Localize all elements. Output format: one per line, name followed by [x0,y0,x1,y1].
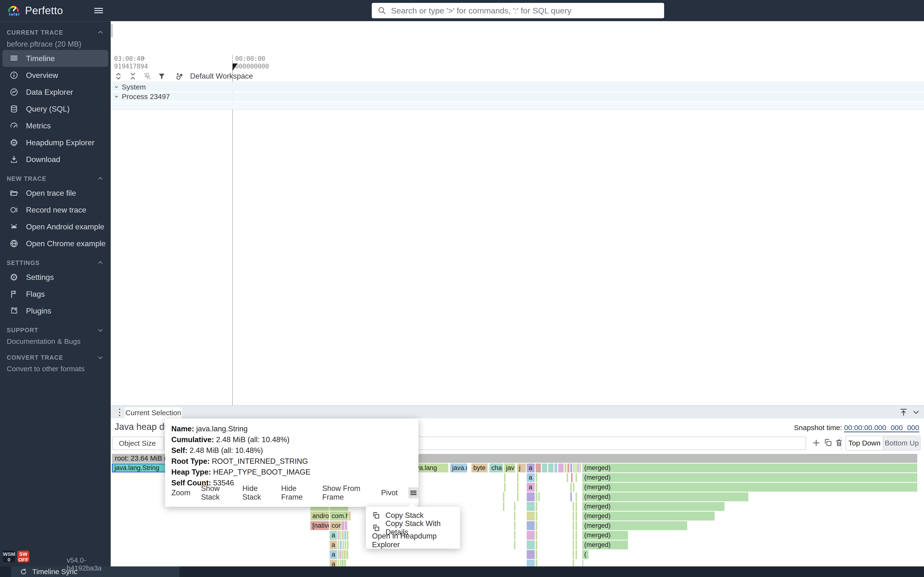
sidebar-item-data-explorer[interactable]: Data Explorer [2,84,108,100]
flame-frame[interactable] [342,560,344,567]
flame-frame-merged[interactable]: (merged) [582,473,917,482]
flame-frame[interactable] [536,464,541,472]
flame-frame[interactable] [567,464,569,472]
sidebar-item-timeline[interactable]: Timeline [2,50,108,67]
flame-frame[interactable] [527,512,535,521]
flame-frame[interactable] [504,483,506,492]
flame-frame-merged[interactable]: (merged) [582,492,748,501]
flame-frame[interactable] [575,464,577,472]
flame-frame-[interactable]: ( [582,550,588,559]
sidebar-item-metrics[interactable]: Metrics [2,117,108,134]
flame-frame[interactable] [514,540,515,550]
flame-frame[interactable] [343,550,346,559]
flame-frame[interactable] [517,483,519,492]
flame-frame[interactable] [577,464,579,472]
flame-frame[interactable] [573,531,574,540]
flame-frame[interactable] [527,492,535,501]
flame-frame[interactable] [344,540,346,550]
flame-frame[interactable] [575,492,577,501]
flame-frame[interactable] [575,502,577,511]
flame-frame[interactable] [527,521,535,530]
flame-frame[interactable] [567,473,568,482]
sidebar-item-plugins[interactable]: Plugins [2,303,108,319]
filter-icon[interactable] [157,72,166,81]
flame-frame-merged[interactable]: (merged) [582,502,725,511]
hamburger-menu-icon[interactable] [94,5,104,16]
flame-frame[interactable] [542,464,547,472]
flame-frame[interactable] [341,521,344,530]
flame-frame-merged[interactable]: (merged) [582,531,628,540]
flame-frame[interactable] [536,540,537,550]
flame-frame-a[interactable]: a [527,483,535,492]
sidebar-item-open-chrome-example[interactable]: Open Chrome example [2,235,108,252]
flame-frame-a[interactable]: a [330,560,337,567]
flame-frame[interactable] [514,502,515,511]
flame-frame[interactable] [554,464,557,472]
flame-frame-java.u[interactable]: java.u [450,464,467,472]
flame-frame[interactable] [575,531,577,540]
sidebar-item-record-new-trace[interactable]: Record new trace [2,201,108,218]
more-actions-menu-icon[interactable] [408,487,418,498]
flame-frame[interactable] [527,531,535,540]
omnibox-search-input[interactable]: Search or type '>' for commands, ':' for… [372,3,664,18]
flame-frame-a[interactable]: a [527,464,535,472]
flame-frame[interactable] [575,512,577,521]
sidebar-item-open-trace-file[interactable]: Open trace file [2,185,108,201]
flame-frame[interactable] [564,464,567,472]
flame-frame-a[interactable]: a [330,531,337,540]
flame-frame-com[interactable]: com [330,521,341,530]
sidebar-item-overview[interactable]: Overview [2,67,108,84]
sidebar-item-heapdump-explorer[interactable]: Heapdump Explorer [2,134,108,151]
flame-frame[interactable] [536,502,537,511]
flame-frame[interactable] [339,550,341,559]
hide-frame-action[interactable]: Hide Frame [281,484,312,501]
timeline-cursor-marker[interactable] [233,63,237,71]
sidebar-item-query-sql-[interactable]: Query (SQL) [2,100,108,117]
flame-frame-jav[interactable]: jav [504,464,515,472]
flame-frame[interactable] [503,492,504,501]
flame-frame[interactable] [538,492,540,501]
collapse-all-icon[interactable] [129,72,137,81]
flame-frame-merged[interactable]: (merged) [582,521,687,530]
flame-frame[interactable] [573,512,574,521]
flame-frame[interactable] [340,560,341,567]
flame-frame[interactable] [582,560,583,567]
sidebar-item-download[interactable]: Download [2,151,108,168]
sidebar-item-documentation-bugs[interactable]: Documentation & Bugs [0,336,111,347]
pin-off-icon[interactable] [143,72,152,81]
flame-frame[interactable] [338,560,339,567]
sidebar-item-open-android-example[interactable]: Open Android example [2,218,108,235]
flame-frame-merged[interactable]: (merged) [582,483,917,492]
flame-frame-byte[interactable]: byte [472,464,488,472]
sidebar-item-settings[interactable]: ⚙Settings [2,269,108,285]
menu-item-open-heapdump-explorer[interactable]: Open in Heapdump Explorer [366,534,460,547]
flame-frame[interactable] [514,512,515,521]
hide-stack-action[interactable]: Hide Stack [242,484,270,501]
workspace-name[interactable]: Default Workspace [190,72,253,81]
sidebar-section-support[interactable]: SUPPORT [0,324,111,336]
sidebar-item-flags[interactable]: Flags [2,285,108,303]
flame-frame[interactable] [517,473,519,482]
flame-frame[interactable] [514,521,515,530]
flame-frame-a[interactable]: a [330,550,337,559]
flame-frame[interactable] [517,492,519,501]
sidebar-section-current-trace[interactable]: CURRENT TRACE [0,26,111,39]
flame-frame[interactable] [570,464,572,472]
flame-frame[interactable] [570,492,572,501]
flame-frame-android[interactable]: android [310,512,329,521]
flame-frame[interactable] [339,531,341,540]
flame-frame[interactable] [338,531,339,540]
flame-frame[interactable] [575,521,577,530]
flame-frame[interactable] [573,560,574,567]
show-stack-action[interactable]: Show Stack [201,484,232,501]
sidebar-section-convert-trace[interactable]: CONVERT TRACE [0,351,111,364]
pivot-action[interactable]: Pivot [381,488,398,497]
track-group-system[interactable]: System [111,83,924,92]
flame-frame[interactable] [573,550,574,559]
flame-frame-cha[interactable]: cha [489,464,503,472]
flame-frame[interactable] [575,473,577,482]
flame-frame[interactable] [347,540,349,550]
flame-frame-merged[interactable]: (merged) [582,464,917,472]
sidebar-section-settings[interactable]: SETTINGS [0,257,111,269]
flame-frame[interactable] [527,550,535,559]
